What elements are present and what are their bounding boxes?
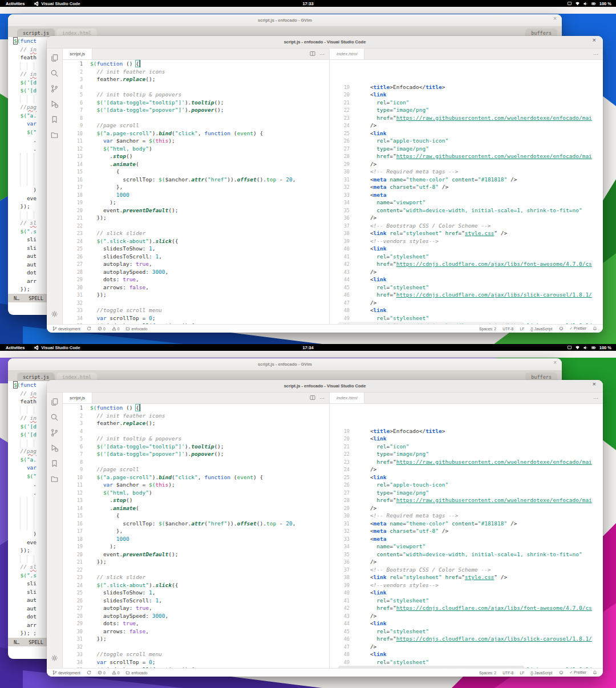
code-line[interactable]: 14 .animate( (63, 504, 329, 512)
code-line[interactable]: 24 $(".slick-about").slick({ (63, 237, 329, 245)
status-item[interactable]: Spaces: 2 (479, 327, 496, 331)
code-line[interactable]: 18 1000 (63, 191, 329, 199)
code-line[interactable]: 22 type="image/png" (330, 450, 603, 458)
code-line[interactable]: 5 // init tooltip & popovers (63, 435, 329, 443)
code-line[interactable]: 33 //toggle scroll menu (63, 650, 329, 658)
activities-button[interactable]: Activities (6, 1, 25, 6)
code-line[interactable]: 11 var $anchor = $(this); (63, 481, 329, 489)
code-line[interactable]: 16 scrollTop: $($anchor.attr("href")).of… (63, 176, 329, 184)
more-actions-icon[interactable]: ··· (593, 395, 598, 401)
code-line[interactable]: 30 arrows: false, (63, 284, 329, 292)
code-line[interactable]: 21 }); (63, 558, 329, 566)
code-line[interactable]: 35 content="width=device-width, initial-… (330, 207, 603, 215)
vscode-close-button[interactable]: × (593, 381, 596, 387)
tab-indexhtml[interactable]: index.html (330, 48, 364, 59)
gvim-titlebar[interactable]: script.js - enfocado - GVim × (8, 358, 562, 371)
focused-app-indicator[interactable]: Visual Studio Code (34, 1, 80, 6)
code-line[interactable]: 6 $('[data-toggle="tooltip"]').tooltip()… (63, 443, 329, 451)
status-item[interactable] (87, 670, 91, 675)
code-line[interactable]: 13 .stop() (63, 496, 329, 504)
code-line[interactable]: 43 /> (330, 268, 603, 276)
code-line[interactable]: 23 // slick slider (63, 229, 329, 237)
status-item[interactable]: LF (520, 327, 524, 331)
code-line[interactable]: 19 <title>Enfocado</title> (330, 83, 603, 91)
files-icon[interactable] (50, 398, 59, 406)
code-line[interactable]: 32 (63, 299, 329, 307)
code-line[interactable]: 43 /> (330, 612, 603, 620)
code-line[interactable]: 31 <meta name="theme-color" content="#18… (330, 176, 603, 184)
vscode-close-button[interactable]: × (593, 37, 596, 43)
code-line[interactable]: 22 (63, 222, 329, 230)
code-line[interactable]: 31 <meta name="theme-color" content="#18… (330, 520, 603, 528)
code-line[interactable]: 5 // init tooltip & popovers (63, 91, 329, 99)
status-item[interactable]: UTF-8 (502, 327, 513, 331)
code-line[interactable]: 49 rel="stylesheet" (330, 658, 603, 666)
code-line[interactable]: 42 href="https://cdnjs.cloudflare.com/aj… (330, 604, 603, 612)
code-line[interactable]: 46 href="https://cdnjs.cloudflare.com/aj… (330, 291, 603, 299)
code-line[interactable]: 12 $("html, body") (63, 145, 329, 153)
code-line[interactable]: 32 <meta charset="utf-8" /> (330, 527, 603, 535)
status-item[interactable] (559, 670, 564, 675)
vscode-titlebar[interactable]: script.js - enfocado - Visual Studio Cod… (47, 36, 603, 48)
code-line[interactable]: 24 $(".slick-about").slick({ (63, 581, 329, 589)
code-line[interactable]: 27 autoplay: true, (63, 604, 329, 612)
code-line[interactable]: 45 rel="stylesheet" (330, 628, 603, 636)
code-line[interactable]: 4 (63, 83, 329, 91)
bookmark-icon[interactable] (50, 115, 59, 124)
code-line[interactable]: 7 $('[data-toggle="popover"]').popover()… (63, 106, 329, 114)
code-line[interactable]: 20 event.preventDefault(); (63, 551, 329, 559)
system-tray[interactable]: 100 % (567, 344, 611, 351)
status-item[interactable]: {} JavaScript (530, 327, 552, 331)
code-line[interactable]: 16 scrollTop: $($anchor.attr("href")).of… (63, 520, 329, 528)
code-line[interactable]: 28 autoplaySpeed: 3000, (63, 268, 329, 276)
editor-indexhtml[interactable]: 19 <title>Enfocado</title>20 <link21 rel… (330, 404, 603, 668)
search-icon[interactable] (50, 413, 59, 422)
code-line[interactable]: 28 href="https://raw.githubusercontent.c… (330, 152, 603, 160)
code-line[interactable]: 28 href="https://raw.githubusercontent.c… (330, 496, 603, 504)
code-line[interactable]: 1$(function () { (63, 404, 329, 412)
code-line[interactable]: 32 <meta charset="utf-8" /> (330, 183, 603, 191)
code-line[interactable]: 4 (63, 427, 329, 435)
split-editor-icon[interactable] (310, 395, 315, 402)
clock[interactable]: 17:33 (302, 1, 313, 6)
code-line[interactable]: 26 slidesToScroll: 1, (63, 597, 329, 605)
code-line[interactable]: 3 feather.replace(); (63, 419, 329, 427)
code-line[interactable]: 40 <link (330, 589, 603, 597)
code-line[interactable]: 22 type="image/png" (330, 106, 603, 114)
status-item[interactable]: enfocado (125, 670, 147, 675)
search-icon[interactable] (50, 69, 59, 78)
code-line[interactable]: 26 slidesToScroll: 1, (63, 253, 329, 261)
code-line[interactable]: 3 feather.replace(); (63, 75, 329, 83)
gvim-close-button[interactable]: × (553, 359, 557, 366)
code-line[interactable]: 29 /> (330, 504, 603, 512)
code-line[interactable]: 29 /> (330, 160, 603, 168)
code-line[interactable]: 48 <link (330, 650, 603, 658)
code-line[interactable]: 42 href="https://cdnjs.cloudflare.com/aj… (330, 260, 603, 268)
gvim-titlebar[interactable]: script.js - enfocado - GVim × (8, 14, 562, 27)
status-item[interactable]: development (52, 326, 80, 331)
code-line[interactable]: 28 autoplaySpeed: 3000, (63, 612, 329, 620)
code-line[interactable]: 46 href="https://cdnjs.cloudflare.com/aj… (330, 635, 603, 643)
code-line[interactable]: 20 <link (330, 91, 603, 99)
horizontal-scrollbar[interactable] (330, 666, 603, 668)
code-line[interactable]: 22 (63, 566, 329, 574)
gear-icon[interactable] (50, 654, 59, 662)
gvim-close-button[interactable]: × (553, 15, 557, 22)
code-line[interactable]: 35 content="width=device-width, initial-… (330, 551, 603, 559)
code-line[interactable]: 21 }); (63, 214, 329, 222)
status-item[interactable]: 0 (112, 670, 120, 675)
code-line[interactable]: 36 /> (330, 558, 603, 566)
editor-scriptjs[interactable]: 1$(function () {2 // init feather icons3… (63, 404, 329, 668)
debug-icon[interactable] (50, 444, 59, 452)
code-line[interactable]: 26 rel="apple-touch-icon" (330, 137, 603, 145)
scrollbar-thumb[interactable] (338, 666, 525, 668)
code-line[interactable]: 20 <link (330, 435, 603, 443)
code-line[interactable]: 30 <!-- Required meta tags --> (330, 512, 603, 520)
code-line[interactable]: 25 slidesToShow: 1, (63, 589, 329, 597)
code-line[interactable]: 34 name="viewport" (330, 199, 603, 207)
status-item[interactable]: development (52, 670, 80, 675)
code-line[interactable]: 45 rel="stylesheet" (330, 284, 603, 292)
code-line[interactable]: 23 href="https://raw.githubusercontent.c… (330, 114, 603, 122)
code-line[interactable]: 12 $("html, body") (63, 489, 329, 497)
code-line[interactable]: 18 1000 (63, 535, 329, 543)
